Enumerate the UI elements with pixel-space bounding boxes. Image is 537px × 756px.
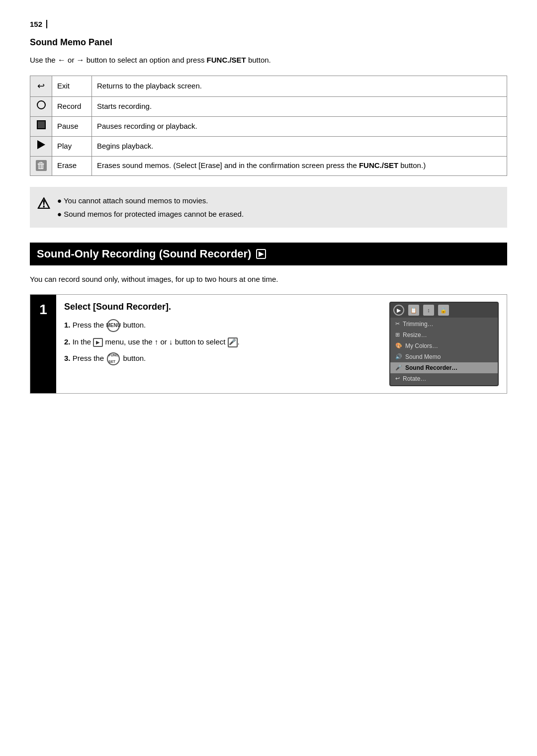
step-num-1: 1.: [64, 321, 71, 329]
cam-sort-icon: ↕: [423, 305, 434, 316]
mycolors-icon: 🎨: [395, 342, 402, 349]
soundrecorder-icon: 🎤: [395, 364, 402, 371]
step-list: 1. Press the MENU button. 2. In the ▶ me…: [64, 318, 379, 365]
section-sound-memo: Sound Memo Panel Use the ← or → button t…: [30, 37, 507, 228]
menu-item-rotate: ↩ Rotate…: [390, 373, 498, 384]
label-cell-erase: Erase: [52, 156, 92, 175]
cam-transfer-icon: 📋: [408, 305, 419, 316]
record-icon: [37, 100, 46, 109]
icon-cell-pause: [30, 116, 52, 136]
table-row: ↩ Exit Returns to the playback screen.: [30, 76, 507, 96]
label-cell-pause: Pause: [52, 116, 92, 136]
section-heading-bar: Sound-Only Recording (Sound Recorder) ▶: [30, 243, 507, 265]
play-menu-icon: ▶: [93, 338, 103, 347]
play-icon: [37, 140, 45, 149]
left-arrow: ←: [58, 56, 66, 64]
camera-screen: ▶ 📋 ↕ 🔒 ✂ Trimming… ⊞ Resize… 🎨: [389, 302, 499, 386]
section-title-memo: Sound Memo Panel: [30, 37, 507, 48]
memo-table: ↩ Exit Returns to the playback screen. R…: [30, 76, 507, 176]
section2-body: You can record sound only, without image…: [30, 273, 507, 285]
table-row: Play Begins playback.: [30, 136, 507, 156]
section-sound-recorder: Sound-Only Recording (Sound Recorder) ▶ …: [30, 243, 507, 394]
warning-content: You cannot attach sound memos to movies.…: [57, 194, 244, 221]
mic-icon: 🎤: [228, 337, 238, 347]
icon-cell-play: [30, 136, 52, 156]
trimming-icon: ✂: [395, 321, 400, 327]
section2-title: Sound-Only Recording (Sound Recorder): [37, 248, 251, 260]
or-text-1: or: [68, 56, 77, 64]
icon-cell-erase: 🗑: [30, 156, 52, 175]
func-set-button: FUNCSET: [107, 352, 120, 365]
label-cell-exit: Exit: [52, 76, 92, 96]
warning-bullet-2: Sound memos for protected images cannot …: [57, 207, 244, 221]
desc-cell-erase: Erases sound memos. (Select [Erase] and …: [92, 156, 507, 175]
page-number: 152: [30, 20, 47, 28]
func-set-erase: FUNC./SET: [359, 161, 398, 169]
camera-top-bar: ▶ 📋 ↕ 🔒: [390, 303, 498, 318]
warning-bullet-1: You cannot attach sound memos to movies.: [57, 194, 244, 207]
camera-menu-list: ✂ Trimming… ⊞ Resize… 🎨 My Colors… 🔊 Sou…: [390, 318, 498, 385]
menu-item-soundrecorder: 🎤 Sound Recorder…: [390, 362, 498, 373]
pause-icon: [37, 120, 46, 129]
icon-cell-exit: ↩: [30, 76, 52, 96]
step-instructions: Select [Sound Recorder]. 1. Press the ME…: [64, 302, 379, 386]
play-mode-icon: ▶: [256, 249, 266, 259]
step-title: Select [Sound Recorder].: [64, 302, 379, 312]
erase-icon: 🗑: [36, 160, 47, 171]
table-row: Record Starts recording.: [30, 96, 507, 116]
table-row: Pause Pauses recording or playback.: [30, 116, 507, 136]
menu-item-mycolors: 🎨 My Colors…: [390, 340, 498, 351]
desc-cell-play: Begins playback.: [92, 136, 507, 156]
step-list-item-3: 3. Press the FUNCSET button.: [64, 351, 379, 365]
soundmemo-icon: 🔊: [395, 353, 402, 360]
step-1-block: 1 Select [Sound Recorder]. 1. Press the …: [30, 294, 507, 394]
desc-cell-pause: Pauses recording or playback.: [92, 116, 507, 136]
step-number: 1: [30, 295, 56, 393]
intro-paragraph: Use the ← or → button to select an optio…: [30, 54, 507, 67]
table-row: 🗑 Erase Erases sound memos. (Select [Era…: [30, 156, 507, 175]
cam-play-icon: ▶: [393, 305, 404, 316]
step-list-item-2: 2. In the ▶ menu, use the ↑ or ↓ button …: [64, 335, 379, 348]
step-list-item-1: 1. Press the MENU button.: [64, 318, 379, 332]
menu-item-resize: ⊞ Resize…: [390, 330, 498, 340]
step-content: Select [Sound Recorder]. 1. Press the ME…: [56, 295, 507, 393]
warning-box: ⚠ You cannot attach sound memos to movie…: [30, 187, 507, 228]
exit-icon: ↩: [37, 80, 45, 93]
menu-item-soundmemo: 🔊 Sound Memo: [390, 351, 498, 362]
step-num-3: 3.: [64, 354, 71, 362]
step-num-2: 2.: [64, 337, 71, 346]
cam-lock-icon: 🔒: [438, 305, 449, 316]
warning-icon: ⚠: [37, 195, 50, 212]
func-set-label: FUNC./SET: [207, 56, 246, 64]
or-text-2: or: [160, 337, 169, 346]
desc-cell-exit: Returns to the playback screen.: [92, 76, 507, 96]
label-cell-record: Record: [52, 96, 92, 116]
menu-button: MENU: [107, 319, 120, 332]
right-arrow: →: [77, 56, 85, 64]
icon-cell-record: [30, 96, 52, 116]
desc-cell-record: Starts recording.: [92, 96, 507, 116]
resize-icon: ⊞: [395, 332, 400, 338]
label-cell-play: Play: [52, 136, 92, 156]
menu-item-trimming: ✂ Trimming…: [390, 319, 498, 330]
rotate-icon: ↩: [395, 375, 400, 382]
